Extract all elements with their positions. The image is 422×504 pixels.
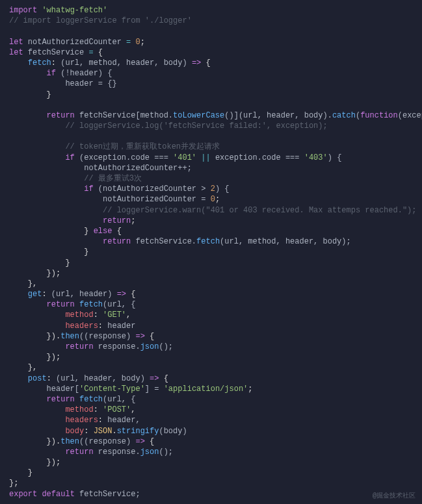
str: '401'	[173, 153, 196, 162]
expr: response.	[98, 342, 140, 351]
kw-return: return	[65, 447, 93, 457]
params: (url, method, header, body)	[60, 58, 187, 68]
params: (exception) {	[398, 111, 422, 120]
arrow: =>	[135, 437, 144, 446]
params: (url, header, body)	[56, 374, 145, 383]
prop-post: post	[28, 374, 47, 383]
args: (url, {	[103, 300, 135, 309]
expr: ] =	[145, 384, 159, 394]
fn: fetch	[79, 395, 103, 404]
args: (url, method, header, body);	[220, 237, 351, 246]
paren: ) {	[328, 153, 342, 162]
stmt: notAuthorizedCounter++;	[84, 164, 192, 173]
num: 2	[211, 184, 215, 194]
kw-return: return	[47, 111, 75, 120]
kw-return: return	[47, 395, 75, 404]
kw-return: return	[47, 300, 75, 309]
val: header,	[107, 416, 140, 425]
kw-return: return	[103, 237, 131, 246]
comment: // loggerService.log('fetchService faile…	[65, 121, 327, 131]
kw-let: let	[9, 38, 23, 47]
stmt: notAuthorizedCounter =	[103, 195, 205, 204]
fn: then	[60, 437, 79, 446]
kw-if: if	[84, 184, 93, 194]
args: ((response)	[79, 437, 131, 446]
str: 'application/json'	[164, 384, 248, 394]
op: ||	[201, 153, 210, 162]
arrow: =>	[150, 374, 159, 383]
fn: toLowerCase	[173, 111, 224, 120]
watermark: @掘金技术社区	[373, 492, 415, 501]
expr: header[	[47, 384, 79, 394]
expr: response.	[98, 447, 140, 457]
arrow: =>	[117, 290, 126, 299]
op: =	[88, 48, 93, 57]
comment: // 最多重试3次	[84, 174, 142, 183]
expr: fetchService[method.	[79, 111, 173, 120]
args: (body)	[159, 427, 187, 436]
args: (url, {	[103, 395, 135, 404]
kw-let: let	[9, 48, 23, 57]
arrow: =>	[135, 332, 144, 341]
kw-if: if	[65, 153, 74, 162]
kw-function: function	[360, 111, 398, 120]
var: fetchService	[28, 48, 84, 57]
num: 0	[211, 195, 215, 204]
cond: (!header) {	[60, 69, 112, 78]
expr: exception.code ===	[215, 153, 300, 162]
expr: (notAuthorizedCounter >	[98, 184, 206, 194]
fn: json	[140, 447, 159, 457]
code-block: import 'whatwg-fetch' // import loggerSe…	[9, 5, 422, 499]
kw-if: if	[47, 69, 56, 78]
key: headers	[65, 416, 98, 425]
str: 'GET'	[103, 310, 126, 320]
fn: fetch	[196, 237, 220, 246]
expr: ()](url, header, body).	[224, 111, 332, 120]
fn: stringify	[117, 427, 159, 436]
comment: // import loggerService from './logger'	[9, 16, 192, 25]
fn: json	[140, 342, 159, 351]
params: (url, header)	[51, 290, 112, 299]
assign: header = {}	[65, 79, 116, 88]
expr: (exception.code ===	[79, 153, 168, 162]
comment: // token过期，重新获取token并发起请求	[65, 142, 220, 151]
key: headers	[65, 321, 98, 331]
fn: fetch	[79, 300, 103, 309]
str: 'POST'	[103, 405, 131, 414]
kw-else: else	[94, 227, 112, 236]
key: method	[65, 310, 93, 320]
kw-default: default	[42, 490, 74, 499]
kw-export: export	[9, 490, 37, 499]
kw-import: import	[9, 6, 37, 15]
prop-fetch: fetch	[28, 58, 51, 68]
prop-get: get	[28, 290, 42, 299]
var: fetchService;	[79, 490, 140, 499]
expr: fetchService.	[135, 237, 196, 246]
num: 0	[135, 38, 140, 47]
fn: then	[60, 332, 79, 341]
str: '403'	[304, 153, 328, 162]
str: 'Content-Type'	[79, 384, 145, 394]
kw-return: return	[103, 216, 131, 225]
paren: ) {	[215, 184, 230, 194]
fn: catch	[332, 111, 356, 120]
key: body	[65, 427, 84, 436]
arrow: =>	[192, 58, 201, 68]
comment: // loggerService.warn("401 or 403 receiv…	[103, 206, 416, 215]
id-json: JSON	[94, 427, 112, 436]
args: ((response)	[79, 332, 131, 341]
var: notAuthorizedCounter	[28, 38, 122, 47]
kw-return: return	[65, 342, 93, 351]
op: =	[126, 38, 131, 47]
key: method	[65, 405, 93, 414]
call: ();	[159, 447, 173, 457]
call: ();	[159, 342, 173, 351]
val: header	[107, 321, 135, 331]
str: 'whatwg-fetch'	[42, 6, 107, 15]
